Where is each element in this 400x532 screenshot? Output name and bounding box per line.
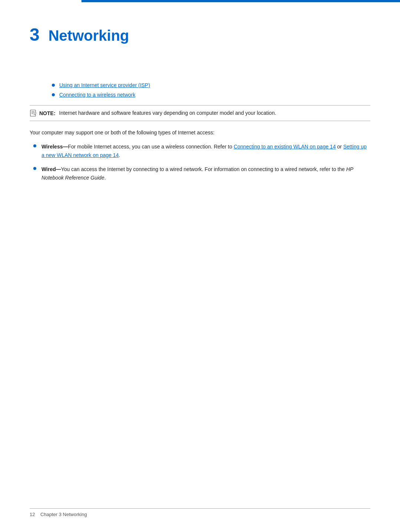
toc-section: Using an Internet service provider (ISP)… bbox=[52, 82, 370, 98]
wireless-text-between: or bbox=[336, 144, 343, 150]
wired-text-after: . bbox=[104, 175, 106, 181]
chapter-title: Networking bbox=[49, 28, 129, 43]
note-box: NOTE: Internet hardware and software fea… bbox=[30, 105, 370, 121]
toc-item-1: Using an Internet service provider (ISP) bbox=[52, 82, 370, 88]
page-container: 3 Networking Using an Internet service p… bbox=[0, 0, 400, 532]
footer-page-number: 12 bbox=[30, 512, 35, 517]
note-icon bbox=[30, 110, 37, 117]
link-connecting-existing-wlan-label: Connecting to an existing WLAN on page 1… bbox=[234, 144, 336, 150]
bullet-wired bbox=[33, 167, 36, 170]
wired-label: Wired— bbox=[41, 166, 61, 172]
wireless-prefix: Wireless bbox=[41, 144, 63, 150]
toc-link-wireless-label: Connecting to a wireless network bbox=[59, 92, 135, 98]
footer-text: 12 Chapter 3 Networking bbox=[30, 512, 87, 517]
toc-link-wireless[interactable]: Connecting to a wireless network bbox=[59, 92, 135, 98]
wired-text-main: You can access the Internet by connectin… bbox=[61, 166, 346, 172]
bullet-icon-2 bbox=[52, 93, 55, 96]
note-icon-area: NOTE: bbox=[30, 109, 56, 117]
toc-link-isp[interactable]: Using an Internet service provider (ISP) bbox=[59, 82, 150, 88]
footer-chapter-label: Chapter 3 Networking bbox=[40, 512, 87, 517]
wireless-text: Wireless—For mobile Internet access, you… bbox=[41, 143, 370, 159]
list-item-wired: Wired—You can access the Internet by con… bbox=[30, 165, 370, 182]
intro-text: Your computer may support one or both of… bbox=[30, 128, 370, 137]
wireless-dash: — bbox=[63, 144, 68, 150]
top-accent-bar bbox=[81, 0, 400, 2]
bullet-wireless bbox=[33, 144, 36, 147]
wireless-label: Wireless— bbox=[41, 144, 68, 150]
toc-item-2: Connecting to a wireless network bbox=[52, 92, 370, 98]
link-connecting-existing-wlan[interactable]: Connecting to an existing WLAN on page 1… bbox=[234, 144, 336, 150]
note-label: NOTE: bbox=[39, 110, 56, 116]
page-footer: 12 Chapter 3 Networking bbox=[30, 508, 370, 517]
wired-dash: — bbox=[56, 166, 61, 172]
note-text: Internet hardware and software features … bbox=[59, 109, 276, 117]
wireless-text-before: For mobile Internet access, you can use … bbox=[68, 144, 233, 150]
wired-prefix: Wired bbox=[41, 166, 56, 172]
list-item-wireless: Wireless—For mobile Internet access, you… bbox=[30, 143, 370, 159]
content-list: Wireless—For mobile Internet access, you… bbox=[30, 143, 370, 182]
chapter-number: 3 bbox=[30, 26, 40, 44]
wireless-text-after: . bbox=[119, 152, 120, 158]
chapter-header: 3 Networking bbox=[30, 26, 370, 45]
bullet-icon-1 bbox=[52, 84, 55, 87]
toc-link-isp-label: Using an Internet service provider (ISP) bbox=[59, 82, 150, 88]
wired-text: Wired—You can access the Internet by con… bbox=[41, 165, 370, 182]
toc-list: Using an Internet service provider (ISP)… bbox=[52, 82, 370, 98]
